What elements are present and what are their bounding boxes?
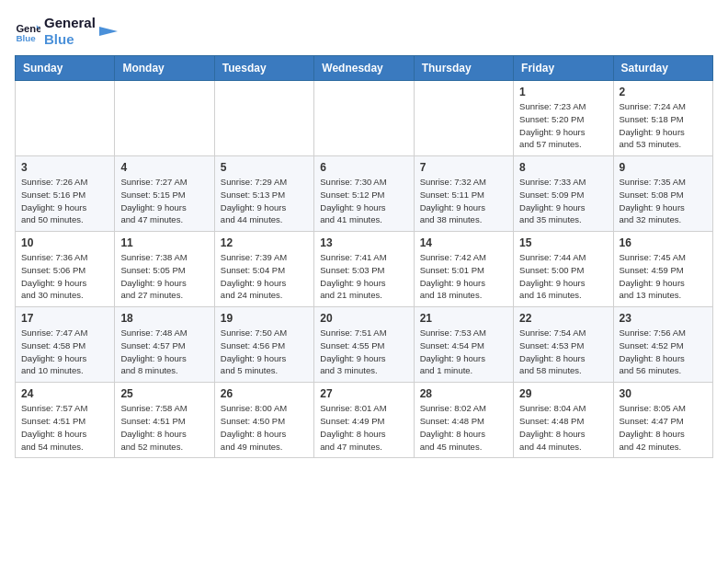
day-number: 17 — [21, 312, 108, 325]
weekday-header-monday: Monday — [115, 56, 214, 81]
day-info: Sunrise: 7:51 AM Sunset: 4:55 PM Dayligh… — [320, 327, 407, 377]
day-number: 28 — [420, 387, 507, 400]
calendar-cell: 30Sunrise: 8:05 AM Sunset: 4:47 PM Dayli… — [613, 383, 712, 458]
logo-icon: General Blue — [15, 18, 40, 44]
day-number: 11 — [120, 236, 208, 249]
calendar-week-2: 3Sunrise: 7:26 AM Sunset: 5:16 PM Daylig… — [16, 156, 713, 232]
calendar-cell: 21Sunrise: 7:53 AM Sunset: 4:54 PM Dayli… — [414, 307, 513, 383]
day-info: Sunrise: 7:26 AM Sunset: 5:16 PM Dayligh… — [21, 176, 108, 226]
day-info: Sunrise: 7:45 AM Sunset: 4:59 PM Dayligh… — [620, 251, 707, 302]
calendar-cell: 25Sunrise: 7:58 AM Sunset: 4:51 PM Dayli… — [115, 383, 214, 458]
day-info: Sunrise: 7:58 AM Sunset: 4:51 PM Dayligh… — [120, 402, 208, 453]
day-info: Sunrise: 8:04 AM Sunset: 4:48 PM Dayligh… — [519, 402, 607, 453]
calendar-cell: 2Sunrise: 7:24 AM Sunset: 5:18 PM Daylig… — [613, 81, 712, 156]
weekday-header-thursday: Thursday — [414, 56, 513, 81]
logo-line1: General — [44, 15, 96, 31]
day-info: Sunrise: 7:39 AM Sunset: 5:04 PM Dayligh… — [221, 251, 308, 302]
calendar-table: SundayMondayTuesdayWednesdayThursdayFrid… — [15, 55, 713, 458]
calendar-cell: 4Sunrise: 7:27 AM Sunset: 5:15 PM Daylig… — [115, 156, 214, 232]
day-number: 6 — [320, 161, 407, 174]
calendar-cell: 13Sunrise: 7:41 AM Sunset: 5:03 PM Dayli… — [314, 232, 414, 307]
day-number: 1 — [519, 86, 607, 98]
day-number: 4 — [120, 161, 208, 174]
day-number: 9 — [620, 161, 707, 174]
day-info: Sunrise: 7:32 AM Sunset: 5:11 PM Dayligh… — [420, 176, 507, 226]
day-info: Sunrise: 7:30 AM Sunset: 5:12 PM Dayligh… — [320, 176, 407, 226]
day-number: 26 — [221, 387, 308, 400]
day-info: Sunrise: 7:41 AM Sunset: 5:03 PM Dayligh… — [320, 251, 407, 302]
weekday-header-tuesday: Tuesday — [214, 56, 313, 81]
calendar-cell: 24Sunrise: 7:57 AM Sunset: 4:51 PM Dayli… — [16, 383, 115, 458]
calendar-week-3: 10Sunrise: 7:36 AM Sunset: 5:06 PM Dayli… — [16, 232, 713, 307]
calendar-cell: 20Sunrise: 7:51 AM Sunset: 4:55 PM Dayli… — [314, 307, 414, 383]
calendar-cell: 29Sunrise: 8:04 AM Sunset: 4:48 PM Dayli… — [514, 383, 613, 458]
day-info: Sunrise: 8:02 AM Sunset: 4:48 PM Dayligh… — [420, 402, 507, 453]
logo-arrow-icon — [99, 22, 118, 40]
calendar-cell: 26Sunrise: 8:00 AM Sunset: 4:50 PM Dayli… — [214, 383, 313, 458]
calendar-cell — [314, 81, 414, 156]
weekday-header-sunday: Sunday — [16, 56, 115, 81]
day-info: Sunrise: 8:05 AM Sunset: 4:47 PM Dayligh… — [620, 402, 707, 453]
calendar-cell: 7Sunrise: 7:32 AM Sunset: 5:11 PM Daylig… — [414, 156, 513, 232]
day-number: 19 — [221, 312, 308, 325]
calendar-cell: 28Sunrise: 8:02 AM Sunset: 4:48 PM Dayli… — [414, 383, 513, 458]
calendar-cell: 6Sunrise: 7:30 AM Sunset: 5:12 PM Daylig… — [314, 156, 414, 232]
calendar-cell: 27Sunrise: 8:01 AM Sunset: 4:49 PM Dayli… — [314, 383, 414, 458]
day-number: 12 — [221, 236, 308, 249]
day-info: Sunrise: 8:00 AM Sunset: 4:50 PM Dayligh… — [221, 402, 308, 453]
calendar-cell: 10Sunrise: 7:36 AM Sunset: 5:06 PM Dayli… — [16, 232, 115, 307]
weekday-header-friday: Friday — [514, 56, 613, 81]
calendar-cell: 23Sunrise: 7:56 AM Sunset: 4:52 PM Dayli… — [613, 307, 712, 383]
calendar-cell: 18Sunrise: 7:48 AM Sunset: 4:57 PM Dayli… — [115, 307, 214, 383]
calendar-cell: 12Sunrise: 7:39 AM Sunset: 5:04 PM Dayli… — [214, 232, 313, 307]
day-info: Sunrise: 7:54 AM Sunset: 4:53 PM Dayligh… — [519, 327, 607, 377]
page-header: General Blue General Blue — [15, 15, 713, 48]
logo-line2: Blue — [44, 31, 96, 48]
calendar-cell: 17Sunrise: 7:47 AM Sunset: 4:58 PM Dayli… — [16, 307, 115, 383]
day-number: 5 — [221, 161, 308, 174]
day-info: Sunrise: 7:29 AM Sunset: 5:13 PM Dayligh… — [221, 176, 308, 226]
logo: General Blue General Blue — [15, 15, 118, 48]
day-number: 23 — [620, 312, 707, 325]
day-number: 24 — [21, 387, 108, 400]
day-info: Sunrise: 7:44 AM Sunset: 5:00 PM Dayligh… — [519, 251, 607, 302]
calendar-cell: 11Sunrise: 7:38 AM Sunset: 5:05 PM Dayli… — [115, 232, 214, 307]
day-info: Sunrise: 7:35 AM Sunset: 5:08 PM Dayligh… — [620, 176, 707, 226]
day-info: Sunrise: 7:53 AM Sunset: 4:54 PM Dayligh… — [420, 327, 507, 377]
day-number: 13 — [320, 236, 407, 249]
calendar-header-row: SundayMondayTuesdayWednesdayThursdayFrid… — [16, 56, 713, 81]
day-number: 30 — [620, 387, 707, 400]
day-info: Sunrise: 7:50 AM Sunset: 4:56 PM Dayligh… — [221, 327, 308, 377]
day-number: 25 — [120, 387, 208, 400]
calendar-week-1: 1Sunrise: 7:23 AM Sunset: 5:20 PM Daylig… — [16, 81, 713, 156]
day-number: 2 — [620, 86, 707, 98]
calendar-cell: 14Sunrise: 7:42 AM Sunset: 5:01 PM Dayli… — [414, 232, 513, 307]
day-info: Sunrise: 7:47 AM Sunset: 4:58 PM Dayligh… — [21, 327, 108, 377]
day-number: 27 — [320, 387, 407, 400]
day-number: 14 — [420, 236, 507, 249]
day-number: 18 — [120, 312, 208, 325]
day-number: 22 — [519, 312, 607, 325]
weekday-header-saturday: Saturday — [613, 56, 712, 81]
day-number: 3 — [21, 161, 108, 174]
day-info: Sunrise: 7:27 AM Sunset: 5:15 PM Dayligh… — [120, 176, 208, 226]
day-number: 15 — [519, 236, 607, 249]
calendar-cell — [214, 81, 313, 156]
day-number: 20 — [320, 312, 407, 325]
day-number: 29 — [519, 387, 607, 400]
day-info: Sunrise: 7:24 AM Sunset: 5:18 PM Dayligh… — [620, 100, 707, 151]
calendar-cell: 3Sunrise: 7:26 AM Sunset: 5:16 PM Daylig… — [16, 156, 115, 232]
day-number: 21 — [420, 312, 507, 325]
day-info: Sunrise: 7:38 AM Sunset: 5:05 PM Dayligh… — [120, 251, 208, 302]
day-info: Sunrise: 7:57 AM Sunset: 4:51 PM Dayligh… — [21, 402, 108, 453]
day-number: 16 — [620, 236, 707, 249]
calendar-cell: 5Sunrise: 7:29 AM Sunset: 5:13 PM Daylig… — [214, 156, 313, 232]
day-number: 10 — [21, 236, 108, 249]
svg-text:Blue: Blue — [16, 33, 36, 43]
day-number: 7 — [420, 161, 507, 174]
calendar-cell: 1Sunrise: 7:23 AM Sunset: 5:20 PM Daylig… — [514, 81, 613, 156]
calendar-cell: 19Sunrise: 7:50 AM Sunset: 4:56 PM Dayli… — [214, 307, 313, 383]
calendar-cell: 9Sunrise: 7:35 AM Sunset: 5:08 PM Daylig… — [613, 156, 712, 232]
day-info: Sunrise: 7:42 AM Sunset: 5:01 PM Dayligh… — [420, 251, 507, 302]
calendar-cell — [16, 81, 115, 156]
